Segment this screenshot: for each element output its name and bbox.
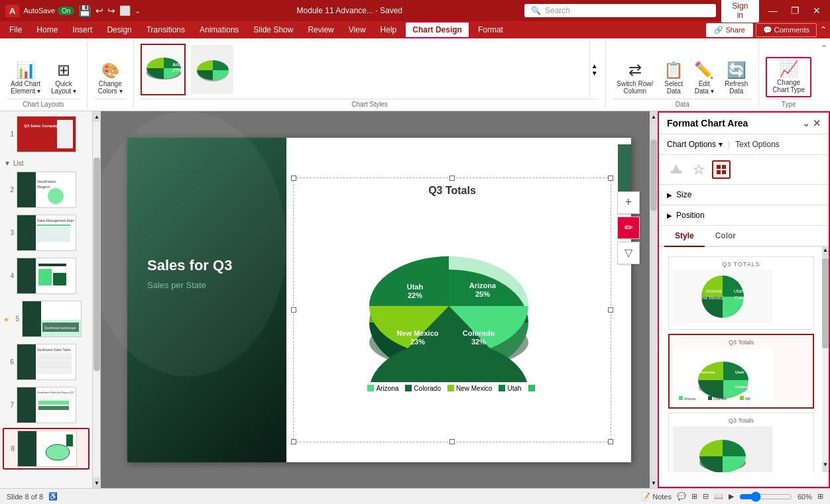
chart-style-1[interactable]: Arizona 25% xyxy=(141,44,186,95)
handle-br[interactable] xyxy=(608,439,613,444)
format-close-icon[interactable]: ✕ xyxy=(813,118,821,128)
change-chart-type-button[interactable]: 📈 ChangeChart Type xyxy=(766,57,811,97)
chart-style-2[interactable] xyxy=(190,44,235,95)
position-header[interactable]: ▶ Position xyxy=(659,205,829,225)
slide-thumb-7[interactable]: 7 Southwest Sales by Region Q1 xyxy=(3,385,89,425)
scroll-thumb xyxy=(93,158,100,371)
change-colors-button[interactable]: 🎨 ChangeColors ▾ xyxy=(94,61,127,97)
slide-thumb-1[interactable]: 1 Q3 Sales Campaign xyxy=(3,114,89,154)
autosave-status: On xyxy=(58,7,74,15)
ribbon-collapse[interactable]: ⌃ xyxy=(818,41,830,108)
select-data-button[interactable]: 📋 SelectData xyxy=(660,60,687,97)
color-tab[interactable]: Color xyxy=(705,226,746,247)
zoom-level: 60% xyxy=(798,493,812,501)
comments-button[interactable]: 💬 Comments xyxy=(756,23,817,37)
select-data-icon: 📋 xyxy=(664,62,683,78)
notes-button[interactable]: 📝 Notes xyxy=(641,492,672,501)
chart-style-button[interactable]: ✏ xyxy=(617,217,640,239)
minimize-button[interactable]: — xyxy=(764,5,782,16)
menu-transitions[interactable]: Transitions xyxy=(140,23,192,37)
svg-text:Southwest landscape: Southwest landscape xyxy=(44,326,76,330)
switch-row-column-button[interactable]: ⇄ Switch Row/Column xyxy=(613,60,657,97)
slide-panel-scrollbar[interactable]: ▲ ▼ xyxy=(93,111,101,488)
legend-label-arizona: Arizona xyxy=(376,385,398,392)
view-reading-button[interactable]: 📖 xyxy=(714,492,723,501)
canvas-scrollbar[interactable]: ▲ ▼ xyxy=(650,111,658,488)
comments-panel-button[interactable]: 💬 xyxy=(677,492,686,501)
handle-ml[interactable] xyxy=(291,307,296,313)
scroll-up-arrow[interactable]: ▲ xyxy=(93,111,101,122)
chart-filter-button[interactable]: ▽ xyxy=(617,242,640,264)
restore-button[interactable]: ❐ xyxy=(787,5,803,16)
menu-home[interactable]: Home xyxy=(30,23,64,37)
fill-format-icon-btn[interactable] xyxy=(667,160,685,179)
menu-animations[interactable]: Animations xyxy=(193,23,245,37)
format-collapse-icon[interactable]: ⌄ xyxy=(802,118,810,128)
scroll-down-arrow[interactable]: ▼ xyxy=(93,478,101,488)
handle-tr[interactable] xyxy=(608,176,613,181)
zoom-slider[interactable] xyxy=(739,491,792,502)
quick-access-more-icon[interactable]: ⌄ xyxy=(135,7,141,15)
ribbon-chart-layouts-label: Chart Layouts xyxy=(7,99,80,108)
svg-rect-64 xyxy=(722,170,726,174)
style-option-2[interactable]: Q3 Totals Utah Colorado Arizona NM xyxy=(668,334,814,409)
menu-insert[interactable]: Insert xyxy=(66,23,99,37)
svg-rect-22 xyxy=(38,264,66,266)
slideshow-button[interactable]: ▶ xyxy=(729,492,734,501)
ribbon-group-data: ⇄ Switch Row/Column 📋 SelectData ✏️ Edit… xyxy=(606,41,759,108)
fit-slide-button[interactable]: ⊞ xyxy=(817,492,823,501)
search-bar[interactable]: 🔍 Search xyxy=(524,4,716,17)
menu-format[interactable]: Format xyxy=(471,23,510,37)
slide-thumb-3[interactable]: 3 Sales Management Dept xyxy=(3,213,89,253)
handle-tl[interactable] xyxy=(291,176,296,181)
menu-view[interactable]: View xyxy=(342,23,373,37)
style-tab[interactable]: Style xyxy=(664,226,705,247)
effects-format-icon-btn[interactable] xyxy=(689,160,708,179)
style-option-1[interactable]: Q3 TOTALS Utah Colorado Arizona New M xyxy=(668,256,814,330)
menu-chart-design[interactable]: Chart Design xyxy=(404,21,470,38)
svg-rect-43 xyxy=(38,406,69,410)
style-panel-scrollbar[interactable]: ▲ ▼ xyxy=(822,247,829,472)
menu-slideshow[interactable]: Slide Show xyxy=(247,23,300,37)
slide-thumb-6[interactable]: 6 Southwest Sales Table xyxy=(3,342,89,382)
size-header[interactable]: ▶ Size xyxy=(659,185,829,205)
presentation-view-icon[interactable]: ⬜ xyxy=(119,5,131,16)
autosave-toggle[interactable]: AutoSave On xyxy=(23,7,74,15)
menu-file[interactable]: File xyxy=(3,23,29,37)
signin-button[interactable]: Sign in xyxy=(721,0,759,23)
view-slide-sorter-button[interactable]: ⊟ xyxy=(703,492,709,501)
handle-tc[interactable] xyxy=(449,176,455,181)
slide-thumb-2[interactable]: 2 Southwest Region xyxy=(3,170,89,210)
share-button[interactable]: 🔗 Share xyxy=(706,23,752,37)
redo-icon[interactable]: ↪ xyxy=(107,5,115,16)
legend-color-new-mexico xyxy=(447,385,454,391)
chart-options-dropdown[interactable]: Chart Options ▾ xyxy=(667,140,723,149)
menu-help[interactable]: Help xyxy=(374,23,404,37)
collapse-ribbon-button[interactable]: ⌃ xyxy=(819,23,827,37)
view-normal-button[interactable]: ⊞ xyxy=(691,492,697,501)
slide-thumb-5[interactable]: ★ 5 Southwest landscape xyxy=(3,299,89,339)
style-option-3[interactable]: Q3 Totals Arizona Colorado xyxy=(668,413,814,472)
refresh-data-button[interactable]: 🔄 RefreshData xyxy=(721,60,752,97)
layout-format-icon-btn[interactable] xyxy=(712,160,731,179)
slide-thumb-4[interactable]: 4 xyxy=(3,256,89,296)
chart-add-button[interactable]: + xyxy=(617,191,640,214)
menu-review[interactable]: Review xyxy=(301,23,340,37)
menu-design[interactable]: Design xyxy=(100,23,138,37)
edit-data-button[interactable]: ✏️ EditData ▾ xyxy=(690,60,718,97)
slide-img-2: Southwest Region xyxy=(17,172,76,208)
quick-layout-button[interactable]: ⊞ QuickLayout ▾ xyxy=(47,60,80,97)
handle-bl[interactable] xyxy=(291,439,296,444)
text-options-button[interactable]: Text Options xyxy=(735,140,780,149)
add-chart-element-button[interactable]: 📊 Add ChartElement ▾ xyxy=(7,60,44,97)
handle-bc[interactable] xyxy=(449,439,455,444)
close-button[interactable]: ✕ xyxy=(809,5,825,16)
slide-thumb-8[interactable]: 8 xyxy=(3,428,89,470)
undo-icon[interactable]: ↩ xyxy=(95,5,103,16)
save-icon[interactable]: 💾 xyxy=(78,5,91,17)
chart-container[interactable]: Q3 Totals xyxy=(293,177,611,442)
accessibility-icon[interactable]: ♿ xyxy=(48,492,58,501)
chart-styles-scroll-up[interactable]: ▲ ▼ xyxy=(589,41,599,97)
svg-text:NM: NM xyxy=(693,385,699,389)
handle-mr[interactable] xyxy=(608,307,613,313)
